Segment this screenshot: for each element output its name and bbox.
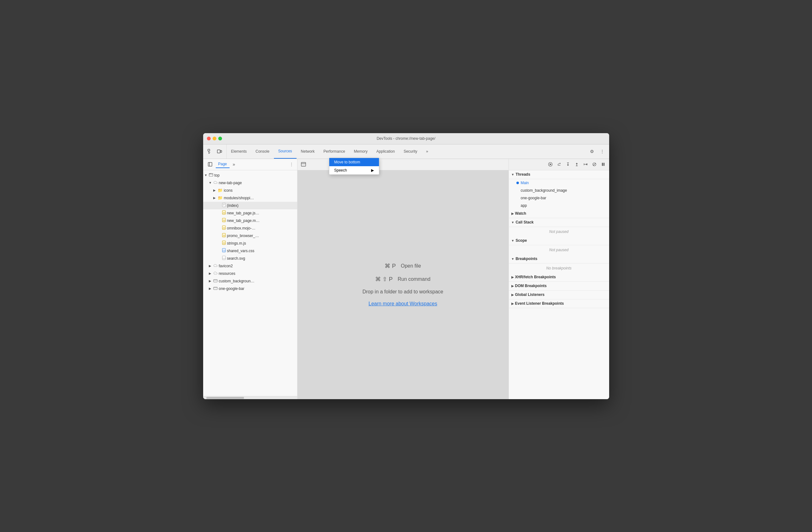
main-layout: Page » ⋮ ▼ top bbox=[203, 159, 609, 399]
center-content: ⌘ P Open file ⌘ ⇧ P Run command Drop in … bbox=[298, 170, 508, 399]
tree-label-new-tab-page: new-tab-page bbox=[219, 181, 242, 185]
toolbar-right: ⚙ ⋮ bbox=[585, 144, 609, 159]
section-header-call-stack[interactable]: ▼ Call Stack bbox=[509, 218, 609, 227]
tree-item-omnibox[interactable]: ▶ JS omnibox.mojo-… bbox=[203, 224, 297, 232]
tree-item-custom-bg[interactable]: ▶ custom_backgroun… bbox=[203, 277, 297, 285]
tree-item-css[interactable]: ▶ CSS shared_vars.css bbox=[203, 247, 297, 255]
tab-elements[interactable]: Elements bbox=[227, 144, 251, 159]
dom-label: DOM Breakpoints bbox=[515, 284, 547, 288]
tab-sources[interactable]: Sources bbox=[274, 144, 296, 159]
threads-content: Main custom_background_image one-google-… bbox=[509, 179, 609, 209]
center-panel-toggle-icon[interactable] bbox=[300, 161, 307, 168]
step-icon[interactable] bbox=[582, 161, 589, 168]
deactivate-breakpoints-icon[interactable] bbox=[591, 161, 598, 168]
section-header-event-listener-breakpoints[interactable]: ▶ Event Listener Breakpoints bbox=[509, 299, 609, 308]
thread-main[interactable]: Main bbox=[509, 179, 609, 187]
tree-item-new-tab-page[interactable]: ▼ new-tab-page bbox=[203, 179, 297, 187]
tree-item-new-tab-m[interactable]: ▶ JS new_tab_page.m… bbox=[203, 217, 297, 224]
tree-label-one-google-bar: one-google-bar bbox=[219, 286, 244, 291]
thread-one-google-bar-label: one-google-bar bbox=[521, 196, 546, 200]
settings-icon[interactable]: ⚙ bbox=[588, 147, 597, 156]
left-panel-settings-icon[interactable]: ⋮ bbox=[288, 161, 295, 167]
thread-app[interactable]: app bbox=[509, 202, 609, 209]
resume-icon[interactable] bbox=[547, 161, 554, 168]
close-button[interactable] bbox=[207, 137, 211, 140]
inspect-element-icon[interactable] bbox=[206, 147, 215, 156]
watch-label: Watch bbox=[515, 211, 526, 215]
tree-label-index: (index) bbox=[227, 204, 239, 208]
xhr-arrow-icon: ▶ bbox=[511, 276, 514, 279]
tree-item-favicon2[interactable]: ▶ favicon2 bbox=[203, 262, 297, 270]
breakpoints-label: Breakpoints bbox=[516, 256, 537, 261]
center-panel: ⌘ P Open file ⌘ ⇧ P Run command Drop in … bbox=[298, 159, 508, 399]
svg-text:JS: JS bbox=[223, 227, 226, 229]
cloud-icon bbox=[213, 180, 218, 185]
section-header-threads[interactable]: ▼ Threads bbox=[509, 170, 609, 179]
toggle-navigator-icon[interactable] bbox=[206, 160, 215, 169]
tab-network[interactable]: Network bbox=[296, 144, 319, 159]
tree-item-new-tab-js[interactable]: ▶ JS new_tab_page.js… bbox=[203, 209, 297, 217]
minimize-button[interactable] bbox=[213, 137, 216, 140]
run-command-label: Run command bbox=[397, 276, 430, 282]
svg-text:SVG: SVG bbox=[222, 257, 226, 260]
svg-marker-32 bbox=[560, 163, 561, 164]
panel-tab-more-icon[interactable]: » bbox=[231, 161, 237, 167]
panel-tab-page[interactable]: Page bbox=[216, 160, 230, 168]
cloud-icon-favicon2 bbox=[213, 264, 218, 268]
step-out-icon[interactable] bbox=[573, 161, 580, 168]
js-file-icon-strings: JS bbox=[222, 240, 226, 246]
tab-console[interactable]: Console bbox=[251, 144, 274, 159]
thread-app-label: app bbox=[521, 204, 527, 208]
left-panel-header: Page » ⋮ bbox=[203, 159, 297, 170]
device-toolbar-icon[interactable] bbox=[215, 147, 224, 156]
devtools-window: DevTools - chrome://new-tab-page/ Elemen bbox=[203, 133, 609, 399]
context-menu-move-to-bottom[interactable]: Move to bottom bbox=[329, 158, 379, 166]
thread-custom-bg[interactable]: custom_background_image bbox=[509, 187, 609, 194]
tree-item-promo[interactable]: ▶ JS promo_browser_… bbox=[203, 232, 297, 240]
section-header-global-listeners[interactable]: ▶ Global Listeners bbox=[509, 291, 609, 299]
folder-icon-modules: 📁 bbox=[218, 195, 223, 200]
tree-item-index[interactable]: ▶ (index) bbox=[203, 202, 297, 209]
tab-memory[interactable]: Memory bbox=[349, 144, 372, 159]
cloud-icon-resources bbox=[213, 271, 218, 276]
tree-item-strings[interactable]: ▶ JS strings.m.js bbox=[203, 240, 297, 247]
main-toolbar: Elements Console Sources Network Perform… bbox=[203, 144, 609, 159]
tab-performance[interactable]: Performance bbox=[319, 144, 350, 159]
tree-item-top[interactable]: ▼ top bbox=[203, 171, 297, 179]
pause-on-exceptions-icon[interactable] bbox=[600, 161, 607, 168]
folder-icon-icons: 📁 bbox=[218, 188, 223, 193]
tree-label-icons: icons bbox=[224, 188, 233, 193]
tree-item-one-google-bar[interactable]: ▶ one-google-bar bbox=[203, 285, 297, 292]
learn-more-link[interactable]: Learn more about Workspaces bbox=[368, 301, 437, 307]
context-menu-speech[interactable]: Speech ▶ bbox=[329, 166, 379, 174]
toolbar-left-icons bbox=[203, 144, 227, 159]
breakpoints-status: No breakpoints bbox=[509, 264, 609, 273]
xhr-label: XHR/fetch Breakpoints bbox=[515, 275, 556, 279]
section-header-breakpoints[interactable]: ▼ Breakpoints bbox=[509, 255, 609, 264]
tree-label-favicon2: favicon2 bbox=[219, 264, 233, 268]
tab-more[interactable]: » bbox=[422, 144, 433, 159]
svg-text:JS: JS bbox=[223, 220, 226, 222]
tab-security[interactable]: Security bbox=[399, 144, 421, 159]
threads-arrow-icon: ▼ bbox=[511, 173, 514, 176]
svg-rect-3 bbox=[217, 150, 220, 153]
tab-application[interactable]: Application bbox=[372, 144, 400, 159]
left-panel-scrollbar[interactable] bbox=[203, 396, 297, 399]
thread-one-google-bar[interactable]: one-google-bar bbox=[509, 194, 609, 202]
section-header-watch[interactable]: ▶ Watch bbox=[509, 209, 609, 218]
maximize-button[interactable] bbox=[218, 137, 222, 140]
step-over-icon[interactable] bbox=[556, 161, 563, 168]
tree-item-modules[interactable]: ▶ 📁 modules/shoppi… bbox=[203, 194, 297, 202]
section-header-dom[interactable]: ▶ DOM Breakpoints bbox=[509, 282, 609, 291]
tree-item-icons[interactable]: ▶ 📁 icons bbox=[203, 187, 297, 194]
tree-item-svg[interactable]: ▶ SVG search.svg bbox=[203, 255, 297, 262]
svg-rect-0 bbox=[208, 149, 210, 151]
section-header-xhr[interactable]: ▶ XHR/fetch Breakpoints bbox=[509, 273, 609, 282]
step-into-icon[interactable] bbox=[565, 161, 571, 168]
event-listener-label: Event Listener Breakpoints bbox=[515, 301, 564, 306]
more-options-icon[interactable]: ⋮ bbox=[598, 147, 607, 156]
right-toolbar bbox=[509, 159, 609, 170]
section-header-scope[interactable]: ▼ Scope bbox=[509, 236, 609, 245]
file-tree: ▼ top ▼ bbox=[203, 170, 297, 396]
tree-item-resources[interactable]: ▶ resources bbox=[203, 270, 297, 277]
